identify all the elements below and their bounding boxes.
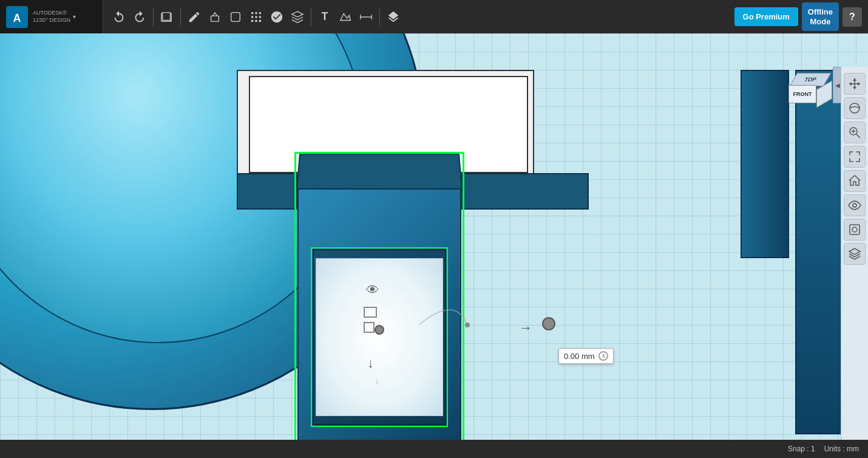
- go-premium-button[interactable]: Go Premium: [734, 7, 798, 26]
- autodesk-logo: A: [6, 6, 28, 28]
- logo-text: AUTODESK® 123D° DESIGN: [33, 10, 70, 24]
- svg-point-16: [259, 16, 262, 18]
- dimension-value: 0.00 mm: [564, 352, 595, 361]
- side-right: [461, 173, 589, 210]
- arrow-right: →: [519, 320, 532, 336]
- layers-button[interactable]: [384, 7, 403, 27]
- svg-rect-9: [211, 16, 219, 21]
- cube-front-face[interactable]: FRONT: [788, 85, 816, 103]
- status-bar: Snap : 1 Units : mm: [0, 440, 868, 458]
- pan-icon: [848, 77, 861, 91]
- pattern-button[interactable]: [246, 7, 266, 27]
- undo-button[interactable]: [109, 7, 129, 27]
- svg-point-14: [251, 16, 254, 18]
- zoom-button[interactable]: [844, 121, 866, 143]
- svg-point-38: [852, 227, 857, 232]
- gizmo-center: [375, 325, 384, 335]
- toolbar-right: Go Premium Offline Mode ?: [734, 2, 868, 31]
- svg-point-11: [251, 12, 254, 14]
- side-left: [237, 173, 297, 210]
- gizmo-square-icon: [364, 322, 375, 333]
- svg-marker-29: [849, 82, 852, 86]
- fit-button[interactable]: [844, 146, 866, 168]
- visibility-icon: [848, 199, 861, 212]
- svg-point-31: [850, 103, 860, 113]
- fillet-button[interactable]: [226, 7, 245, 27]
- units-label: Units : mm: [824, 445, 859, 453]
- circle-dot-handle[interactable]: [542, 317, 555, 330]
- 3d-scene: 👁 ↓ ⌒ → 0.00 mm: [0, 33, 868, 458]
- svg-rect-37: [850, 225, 860, 234]
- svg-point-17: [251, 19, 254, 22]
- move-gizmo[interactable]: 👁 ↓ ⌒: [343, 282, 416, 404]
- logo-area[interactable]: A AUTODESK® 123D° DESIGN ▾: [0, 0, 103, 33]
- tweak-button[interactable]: [267, 7, 287, 27]
- measure-button[interactable]: [336, 7, 355, 27]
- separator-4: [379, 8, 380, 26]
- home-icon: [848, 174, 861, 188]
- svg-point-23: [465, 323, 470, 327]
- offline-line2: Mode: [810, 17, 830, 26]
- gizmo-label: ⌒: [368, 378, 379, 386]
- svg-text:A: A: [13, 12, 21, 24]
- logo-dropdown-arrow[interactable]: ▾: [73, 13, 76, 20]
- render-button[interactable]: [844, 219, 866, 241]
- visibility-button[interactable]: [844, 194, 866, 216]
- svg-marker-28: [853, 87, 856, 89]
- zoom-icon: [848, 126, 861, 139]
- svg-point-18: [255, 19, 257, 22]
- extrude-button[interactable]: [205, 7, 225, 27]
- units-status[interactable]: Units : mm: [824, 445, 859, 453]
- orbit-button[interactable]: [844, 97, 866, 119]
- gizmo-view-icon: 👁: [366, 282, 379, 298]
- solid-button[interactable]: [288, 7, 307, 27]
- snap-label: Snap : 1: [788, 445, 815, 453]
- fit-icon: [848, 150, 861, 163]
- svg-rect-10: [231, 12, 240, 21]
- svg-point-12: [255, 12, 257, 14]
- dimension-button[interactable]: [356, 7, 376, 27]
- svg-point-15: [255, 16, 257, 18]
- separator-3: [311, 8, 311, 26]
- orbit-icon: [848, 101, 861, 115]
- offline-mode-button[interactable]: Offline Mode: [802, 2, 839, 31]
- canvas[interactable]: 👁 ↓ ⌒ → 0.00 mm: [0, 33, 868, 458]
- svg-marker-27: [853, 78, 856, 81]
- dimension-label[interactable]: 0.00 mm: [558, 348, 614, 364]
- sketch-button[interactable]: [185, 7, 204, 27]
- app-product: 123D° DESIGN: [33, 17, 70, 24]
- separator-1: [153, 8, 154, 26]
- toolbar: A AUTODESK® 123D° DESIGN ▾: [0, 0, 868, 33]
- gizmo-down-arrow: ↓: [367, 355, 374, 371]
- right-panel: [841, 67, 868, 458]
- redo-button[interactable]: [130, 7, 149, 27]
- top-right-corner-box: [741, 70, 789, 258]
- dimension-settings-icon[interactable]: [598, 351, 608, 361]
- pan-button[interactable]: [844, 73, 866, 95]
- app-name: AUTODESK®: [33, 10, 70, 17]
- text-button[interactable]: T: [315, 7, 334, 27]
- separator-2: [180, 8, 181, 26]
- svg-point-19: [259, 19, 262, 22]
- svg-rect-2: [163, 12, 171, 20]
- toolbar-tools: T: [103, 7, 734, 27]
- material-icon: [848, 247, 861, 261]
- svg-point-13: [259, 12, 262, 14]
- offline-line1: Offline: [808, 7, 833, 16]
- home-button[interactable]: [844, 170, 866, 192]
- snap-status[interactable]: Snap : 1: [788, 445, 815, 453]
- svg-point-36: [853, 203, 856, 207]
- help-button[interactable]: ?: [843, 7, 862, 27]
- svg-marker-30: [858, 82, 860, 86]
- svg-line-33: [856, 134, 860, 138]
- gizmo-box-icon: [364, 307, 377, 318]
- box-tool-button[interactable]: [157, 7, 177, 27]
- material-button[interactable]: [844, 243, 866, 265]
- view-cube[interactable]: TOP FRONT: [786, 73, 835, 121]
- render-icon: [848, 223, 861, 236]
